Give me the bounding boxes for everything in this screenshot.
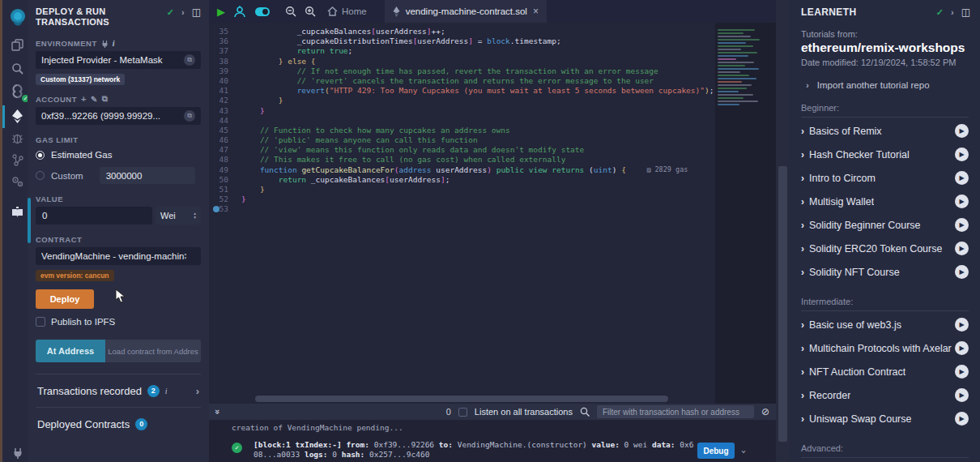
solidity-compiler-icon[interactable]: ✓ xyxy=(5,81,30,101)
code-line[interactable]: 46 // 'public' means anyone can call thi… xyxy=(209,135,715,145)
code-line[interactable]: 47 // 'view' means this function only re… xyxy=(209,145,715,155)
code-line[interactable]: 49 function getCupcakeBalanceFor(address… xyxy=(209,165,715,175)
panel-scrollbar-thumb[interactable] xyxy=(28,198,31,243)
code-lines[interactable]: 35 _cupcakeBalances[userAddress]++;36 _c… xyxy=(209,23,715,404)
line-number[interactable]: 37 xyxy=(209,46,241,56)
deploy-run-icon[interactable] xyxy=(5,105,30,126)
learneth-icon[interactable] xyxy=(5,203,30,222)
horizontal-scrollbar[interactable] xyxy=(255,396,668,402)
code-line[interactable]: 37 return true; xyxy=(209,46,715,56)
line-number[interactable]: 48 xyxy=(209,155,241,165)
file-explorer-icon[interactable] xyxy=(5,36,30,53)
custom-gas-radio[interactable] xyxy=(36,171,45,180)
line-number[interactable]: 49 xyxy=(209,165,241,175)
tutorial-play-icon[interactable]: ▶ xyxy=(955,195,969,208)
tutorial-play-icon[interactable]: ▶ xyxy=(955,341,969,355)
plug-icon[interactable] xyxy=(101,40,109,48)
value-input[interactable]: 0 xyxy=(36,207,152,225)
at-address-input[interactable]: Load contract from Addres xyxy=(105,340,201,362)
line-number[interactable]: 44 xyxy=(209,116,241,126)
value-unit-select[interactable]: Wei ▴▾ xyxy=(156,207,201,225)
item-chevron-icon[interactable]: › xyxy=(801,173,804,184)
line-number[interactable]: 51 xyxy=(209,185,241,195)
line-number[interactable]: 38 xyxy=(209,57,241,66)
code-line[interactable]: 40 // 'revert' cancels the transaction a… xyxy=(209,76,715,86)
tutorial-play-icon[interactable]: ▶ xyxy=(955,218,969,232)
zoom-out-icon[interactable] xyxy=(285,6,296,17)
code-line[interactable]: 43 } xyxy=(209,106,715,116)
home-button[interactable]: Home xyxy=(327,6,367,16)
panel-pin-icon[interactable]: ◫ xyxy=(192,6,201,18)
line-number[interactable]: 50 xyxy=(209,175,241,185)
transactions-recorded-row[interactable]: Transactions recorded 2 i › xyxy=(36,374,201,407)
code-line[interactable]: 48 // This makes it free to call (no gas… xyxy=(209,155,715,165)
settings-gears-icon[interactable] xyxy=(5,173,30,190)
code-line[interactable]: 38 } else { xyxy=(209,57,715,66)
code-line[interactable]: 51 } xyxy=(209,185,715,195)
account-copy-icon[interactable]: ⧉ xyxy=(102,94,109,104)
line-number[interactable]: 39 xyxy=(209,66,241,76)
item-chevron-icon[interactable]: › xyxy=(801,413,804,425)
search-icon[interactable] xyxy=(5,60,30,76)
account-add-icon[interactable]: + xyxy=(81,94,87,104)
tutorial-play-icon[interactable]: ▶ xyxy=(955,148,969,161)
item-chevron-icon[interactable]: › xyxy=(801,319,804,331)
tutorial-play-icon[interactable]: ▶ xyxy=(955,365,969,379)
tutorial-play-icon[interactable]: ▶ xyxy=(955,388,969,402)
deployed-contracts-row[interactable]: Deployed Contracts 0 xyxy=(36,408,201,440)
line-number[interactable]: 46 xyxy=(209,135,241,145)
transaction-log-entry[interactable]: ✓ [block:1 txIndex:-] from: 0xf39...9226… xyxy=(232,440,776,459)
terminal-search-icon[interactable] xyxy=(580,407,590,417)
code-line[interactable]: 39 // If not enough time has passed, rev… xyxy=(209,66,715,76)
code-line[interactable]: 41 revert("HTTP 429: Too Many Cupcakes (… xyxy=(209,86,715,96)
item-chevron-icon[interactable]: › xyxy=(801,343,804,354)
item-chevron-icon[interactable]: › xyxy=(801,366,804,378)
tutorial-play-icon[interactable]: ▶ xyxy=(955,242,969,255)
code-line[interactable]: 53 xyxy=(209,204,715,214)
tutorial-item[interactable]: ›Uniswap Swap Course▶ xyxy=(790,407,980,430)
plugin-manager-icon[interactable] xyxy=(5,444,30,460)
remix-logo-icon[interactable] xyxy=(5,5,30,29)
clear-console-icon[interactable]: ⊘ xyxy=(761,406,769,417)
tutorial-item[interactable]: ›NFT Auction Contract▶ xyxy=(790,360,980,383)
ai-assistant-icon[interactable] xyxy=(233,6,246,18)
line-number[interactable]: 45 xyxy=(209,126,241,135)
debug-button[interactable]: Debug xyxy=(697,443,735,459)
environment-copy-icon[interactable]: ⧉ xyxy=(184,54,195,66)
tutorial-play-icon[interactable]: ▶ xyxy=(955,265,969,279)
code-line[interactable]: 42 } xyxy=(209,96,715,105)
item-chevron-icon[interactable]: › xyxy=(801,149,804,160)
tutorial-item[interactable]: ›Recorder▶ xyxy=(790,383,980,407)
tutorial-play-icon[interactable]: ▶ xyxy=(955,318,969,332)
right-scrollbar-thumb[interactable] xyxy=(778,166,787,442)
tutorial-play-icon[interactable]: ▶ xyxy=(955,412,969,426)
environment-info-icon[interactable]: i xyxy=(113,39,115,48)
line-number[interactable]: 43 xyxy=(209,106,241,116)
line-number[interactable]: 36 xyxy=(209,36,241,46)
line-number[interactable]: 52 xyxy=(209,195,241,204)
tutorial-item[interactable]: ›Basic use of web3.js▶ xyxy=(790,313,980,336)
tutorial-item[interactable]: ›Basics of Remix▶ xyxy=(790,119,980,143)
debugger-icon[interactable] xyxy=(5,130,30,146)
item-chevron-icon[interactable]: › xyxy=(801,267,804,278)
tutorial-item[interactable]: ›Multisig Wallet▶ xyxy=(790,190,980,213)
learneth-expand-icon[interactable]: › xyxy=(951,7,954,17)
unit-down-icon[interactable]: ▾ xyxy=(194,216,196,220)
account-edit-icon[interactable]: ✎ xyxy=(91,95,98,104)
tutorial-item[interactable]: ›Solidity ERC20 Token Course▶ xyxy=(790,237,980,260)
code-line[interactable]: 45 // Function to check how many cupcake… xyxy=(209,126,715,135)
terminal-collapse-icon[interactable]: » xyxy=(213,409,223,414)
line-number[interactable]: 42 xyxy=(209,96,241,105)
code-line[interactable]: 52} xyxy=(209,195,715,204)
item-chevron-icon[interactable]: › xyxy=(801,196,804,207)
account-select[interactable]: 0xf39...92266 (9999.99929... ⧉ xyxy=(36,107,201,125)
listen-all-checkbox[interactable] xyxy=(458,408,467,417)
publish-ipfs-checkbox[interactable] xyxy=(36,317,45,327)
transactions-expand-icon[interactable]: › xyxy=(196,385,199,397)
tutorial-item[interactable]: ›Intro to Circom▶ xyxy=(790,166,980,190)
line-number[interactable]: 41 xyxy=(209,86,241,96)
at-address-button[interactable]: At Address xyxy=(36,340,105,362)
contract-select[interactable]: VendingMachine - vending-machin ▴▾ xyxy=(36,247,201,265)
import-tutorial-repo[interactable]: › Import another tutorial repo xyxy=(801,80,970,90)
account-copy-circle-icon[interactable]: ⧉ xyxy=(184,110,195,122)
